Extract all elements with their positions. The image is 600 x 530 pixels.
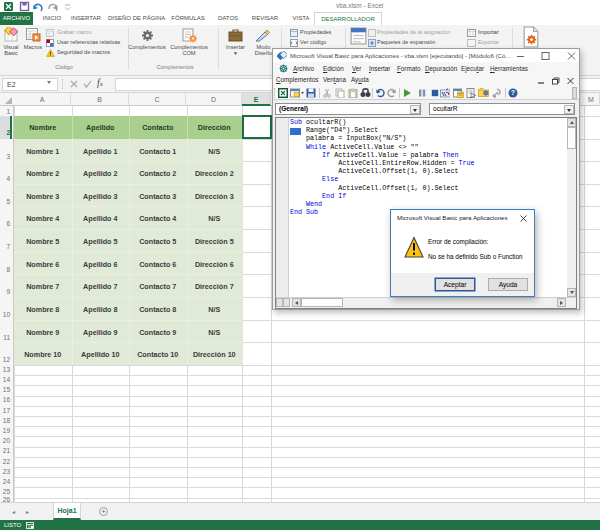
svg-text:?: ? [511, 89, 515, 96]
